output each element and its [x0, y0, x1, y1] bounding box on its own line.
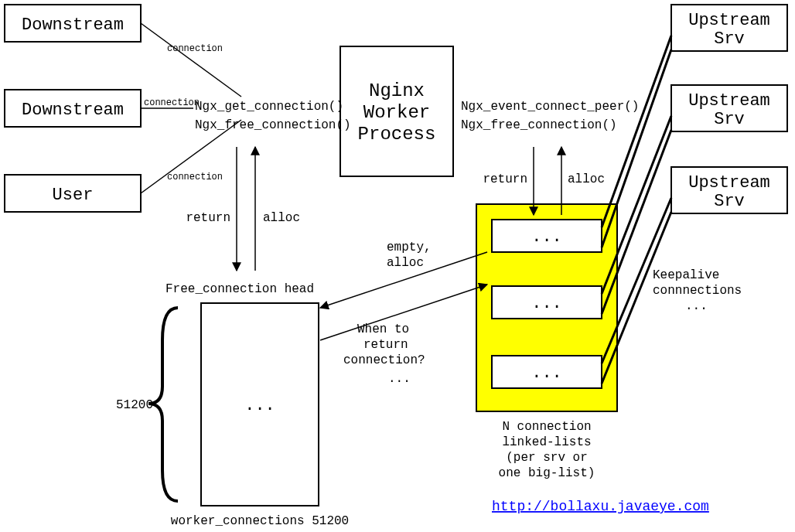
upstream1-l2: Srv: [714, 29, 745, 49]
free-conn2-label: Ngx_free_connection(): [461, 118, 617, 132]
worker-conns-label: worker_connections 51200: [171, 514, 349, 528]
alloc1-label: alloc: [263, 211, 300, 225]
empty-alloc-l1: empty,: [387, 240, 432, 254]
conn-label-3: connection: [167, 172, 223, 182]
line-ds1: [141, 23, 241, 97]
dots2: ...: [531, 227, 562, 247]
conn-label-1: connection: [167, 43, 223, 54]
alloc2-label: alloc: [568, 172, 605, 186]
when-l3: connection?: [343, 353, 425, 367]
nconn-l3: (per srv or: [506, 451, 588, 465]
keepalive-l3: ...: [685, 299, 708, 313]
dots3: ...: [531, 294, 562, 313]
upstream2-l1: Upstream: [688, 91, 770, 111]
nconn-l2: linked-lists: [502, 435, 591, 449]
ka-line-1b: [602, 49, 671, 247]
keepalive-l1: Keepalive: [653, 268, 719, 282]
nconn-l1: N connection: [502, 420, 591, 434]
when-l1: When to: [357, 322, 409, 336]
upstream3-l2: Srv: [714, 192, 745, 211]
nginx-l3: Process: [358, 124, 436, 145]
event-peer-label: Ngx_event_connect_peer(): [461, 100, 639, 114]
keepalive-l2: connnections: [653, 284, 742, 298]
upstream2-l2: Srv: [714, 110, 745, 129]
when-l2: return: [363, 338, 408, 352]
when-l4: ...: [388, 372, 411, 386]
conn-label-2: connection: [144, 97, 200, 108]
downstream-label-1: Downstream: [22, 15, 124, 35]
upstream1-l1: Upstream: [688, 11, 770, 30]
nconn-l4: one big-list): [499, 466, 595, 480]
free-conn-label: Ngx_free_connection(): [195, 118, 351, 132]
free-head-label: Free_connection head: [165, 282, 314, 296]
return1-label: return: [186, 211, 230, 225]
upstream3-l1: Upstream: [688, 173, 770, 193]
diagram-root: Downstream Downstream User Nginx Worker …: [0, 0, 795, 532]
nginx-l1: Nginx: [369, 80, 425, 101]
empty-alloc-l2: alloc: [387, 256, 424, 270]
user-label: User: [53, 186, 94, 205]
dots1: ...: [244, 396, 275, 415]
downstream-label-2: Downstream: [22, 101, 124, 120]
nginx-l2: Worker: [363, 102, 430, 123]
get-conn-label: Ngx_get_connection(): [195, 100, 343, 114]
source-url[interactable]: http://bollaxu.javaeye.com: [492, 499, 709, 514]
return2-label: return: [483, 172, 527, 186]
size-label: 51200: [116, 398, 153, 412]
dots4: ...: [531, 363, 562, 383]
